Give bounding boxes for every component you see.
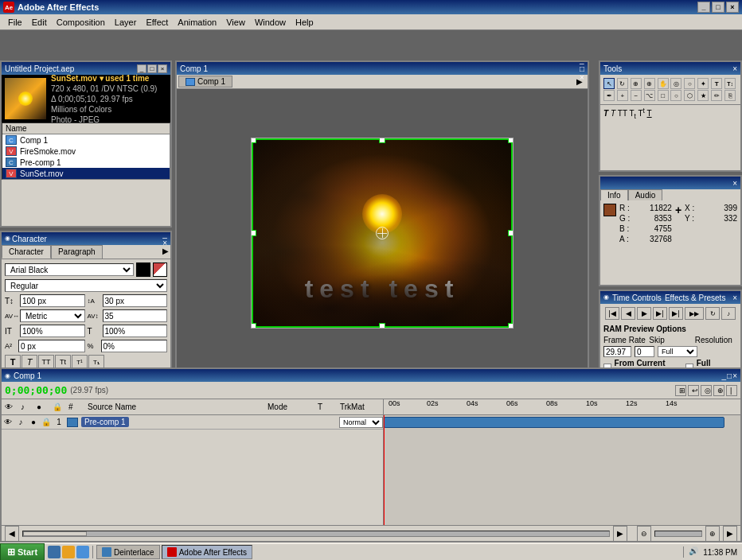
menu-composition[interactable]: Composition <box>52 16 110 29</box>
next-frame[interactable]: ▶| <box>653 307 667 320</box>
transform-center[interactable] <box>376 227 389 239</box>
tl-timecode[interactable]: 0;00;00;00 <box>5 384 67 396</box>
leading-input[interactable] <box>103 294 168 307</box>
tl-btn5[interactable]: | <box>726 385 737 396</box>
char-minimize[interactable]: _ <box>162 230 167 239</box>
layer-mode-select[interactable]: Normal Add Multiply <box>339 417 383 428</box>
start-button[interactable]: ⊞ Start <box>0 543 45 560</box>
ql-icon1[interactable] <box>48 546 61 558</box>
tool-pen[interactable]: ✒ <box>603 90 615 101</box>
tl-btn1[interactable]: ⊞ <box>675 385 686 396</box>
tl-maximize[interactable]: □ <box>727 371 732 380</box>
comp-canvas-area[interactable]: test test <box>177 89 588 377</box>
layer-solo[interactable]: ● <box>28 417 39 428</box>
menu-edit[interactable]: Edit <box>27 16 52 29</box>
tool-camera2[interactable]: ○ <box>684 78 695 89</box>
playhead[interactable] <box>384 415 385 525</box>
font-size-input[interactable] <box>20 294 85 307</box>
font-family-select[interactable]: Arial Black <box>5 263 134 276</box>
taskbar-item-deinterlace[interactable]: Deinterlace <box>96 545 160 559</box>
info-tab-audio[interactable]: Audio <box>628 189 663 200</box>
tl-prev[interactable]: ◀ <box>5 526 19 542</box>
char-menu-btn[interactable]: ▶ <box>161 245 170 259</box>
fill-color[interactable] <box>136 262 150 277</box>
layer-eye[interactable]: 👁 <box>2 417 14 428</box>
tl-timeline-track[interactable] <box>384 415 740 525</box>
play-btn[interactable]: ▶ <box>637 307 651 320</box>
layer-name[interactable]: Pre-comp 1 <box>81 417 129 427</box>
comp-tab-comp1[interactable]: Comp 1 <box>178 76 232 88</box>
layer-lock[interactable]: 🔒 <box>41 417 52 428</box>
go-to-start[interactable]: |◀ <box>605 307 619 320</box>
tool-ellipse[interactable]: ○ <box>670 90 681 101</box>
menu-file[interactable]: File <box>3 16 27 29</box>
menu-animation[interactable]: Animation <box>173 16 221 29</box>
tool-rect[interactable]: □ <box>658 90 669 101</box>
tc-close[interactable]: × <box>732 294 737 302</box>
tool-clone[interactable]: ⎘ <box>724 90 736 101</box>
ql-icon2[interactable] <box>62 546 75 558</box>
ql-icon3[interactable] <box>76 546 89 558</box>
info-close[interactable]: × <box>732 179 737 188</box>
tl-scrollbar[interactable] <box>22 531 610 537</box>
menu-view[interactable]: View <box>221 16 250 29</box>
project-minimize[interactable]: _ <box>137 64 146 73</box>
tool-rotate[interactable]: ↻ <box>617 78 628 89</box>
tool-arrow[interactable]: ↖ <box>603 78 615 89</box>
tool-brush[interactable]: ✏ <box>711 90 722 101</box>
tools-close[interactable]: × <box>732 64 737 73</box>
frame-rate-input[interactable] <box>603 346 631 357</box>
tool-hand[interactable]: ✋ <box>658 78 669 89</box>
tl-zoom-out[interactable]: ⊖ <box>637 526 651 542</box>
tool-zoom[interactable]: ⊕ <box>644 78 655 89</box>
tool-poly[interactable]: ⬡ <box>684 90 695 101</box>
prev-frame[interactable]: ◀ <box>621 307 635 320</box>
tl-btn3[interactable]: ◎ <box>701 385 712 396</box>
tl-close[interactable]: × <box>732 371 737 380</box>
project-maximize[interactable]: □ <box>147 64 157 73</box>
layer-bar[interactable] <box>384 417 724 428</box>
char-tab-paragraph[interactable]: Paragraph <box>51 245 103 259</box>
close-button[interactable]: × <box>726 2 739 13</box>
kerning-select[interactable]: Metric <box>20 309 85 322</box>
skip-input[interactable] <box>635 346 654 357</box>
tool-camera1[interactable]: ◎ <box>670 78 681 89</box>
loop-btn[interactable]: ↻ <box>705 307 720 320</box>
tl-next[interactable]: ▶ <box>613 526 627 542</box>
speaker-icon[interactable]: 🔊 <box>689 546 700 558</box>
baseline-input[interactable] <box>18 340 85 352</box>
menu-layer[interactable]: Layer <box>110 16 142 29</box>
tc-tab2[interactable]: Effects & Presets <box>665 294 726 302</box>
tl-zoom-in[interactable]: ⊕ <box>705 526 720 542</box>
project-close[interactable]: × <box>158 64 167 73</box>
comp-tab-menu[interactable]: ▶ <box>573 77 586 86</box>
tool-text-h[interactable]: T <box>711 78 722 89</box>
tl-btn2[interactable]: ↩ <box>688 385 699 396</box>
project-item-comp1[interactable]: C Comp 1 <box>2 134 170 146</box>
tl-minimize[interactable]: _ <box>722 371 727 380</box>
tool-anchor[interactable]: ⊕ <box>631 78 642 89</box>
project-item-sunset[interactable]: V SunSet.mov <box>2 168 170 179</box>
char-tab-character[interactable]: Character <box>2 245 51 259</box>
go-to-end[interactable]: ▶| <box>669 307 683 320</box>
maximize-button[interactable]: □ <box>712 2 724 13</box>
resolution-select[interactable]: Full Half <box>658 346 697 357</box>
tl-zoom-slider[interactable] <box>654 531 702 537</box>
tool-light[interactable]: ✦ <box>697 78 709 89</box>
tl-btn4[interactable]: ⊕ <box>713 385 724 396</box>
tool-star[interactable]: ★ <box>697 90 709 101</box>
project-item-firesmoke[interactable]: V FireSmoke.mov <box>2 146 170 157</box>
tool-text-v[interactable]: T↕ <box>724 78 736 89</box>
audio-btn[interactable]: ♪ <box>721 307 736 320</box>
menu-effect[interactable]: Effect <box>141 16 173 29</box>
minimize-button[interactable]: _ <box>697 2 710 13</box>
tool-mask-del[interactable]: − <box>631 90 642 101</box>
ram-preview-btn[interactable]: ▶▶ <box>685 307 704 320</box>
tsume-input[interactable] <box>101 340 168 352</box>
font-style-select[interactable]: Regular <box>5 279 167 292</box>
tl-scroll-thumb[interactable] <box>23 531 87 536</box>
vert-scale-input[interactable] <box>20 325 85 337</box>
stroke-color[interactable] <box>153 262 167 277</box>
comp-maximize[interactable]: □ <box>580 64 584 73</box>
tool-mask-add[interactable]: + <box>617 90 628 101</box>
